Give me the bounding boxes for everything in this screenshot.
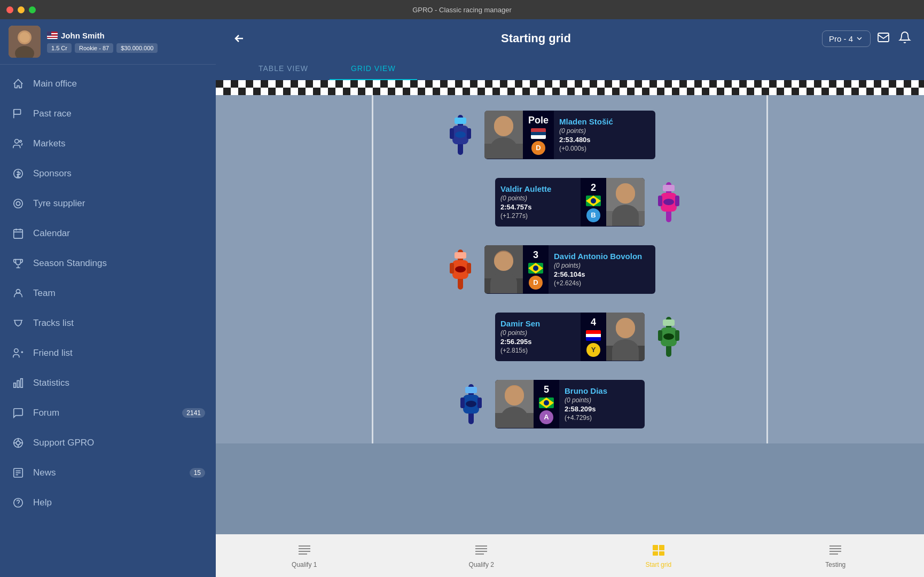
sidebar-item-support-gpro[interactable]: Support GPRO — [0, 428, 216, 458]
svg-rect-97 — [659, 545, 664, 550]
sidebar-item-label: Support GPRO — [33, 438, 205, 448]
driver-card[interactable]: 2 B — [495, 178, 645, 227]
track-area: Pole D Mladen Stošić (0 points) 2: — [216, 95, 924, 443]
bell-icon[interactable] — [898, 31, 911, 46]
rank-badge: Rookie - 87 — [75, 43, 113, 53]
sidebar-item-markets[interactable]: Markets — [0, 129, 216, 159]
sidebar-item-calendar[interactable]: Calendar — [0, 219, 216, 248]
bottom-tab-qualify2[interactable]: Qualify 2 — [393, 534, 570, 577]
driver-photo — [606, 178, 645, 226]
driver-grade: D — [529, 276, 543, 290]
grid-content[interactable]: Pole D Mladen Stošić (0 points) 2: — [216, 80, 924, 534]
qualify1-icon — [297, 544, 311, 559]
driver-time: 2:53.480s — [559, 136, 634, 144]
car-image — [436, 247, 484, 292]
page-title: Starting grid — [250, 32, 822, 45]
sidebar-item-label: Sponsors — [33, 168, 205, 179]
svg-point-66 — [489, 277, 519, 293]
pro-selector[interactable]: Pro - 4 — [822, 30, 871, 47]
close-button[interactable] — [6, 6, 13, 13]
driver-photo — [484, 245, 523, 293]
sidebar: John Smith 1.5 Cr Rookie - 87 $30.000.00… — [0, 19, 216, 577]
pro-label: Pro - 4 — [829, 34, 853, 43]
bottom-tab-qualify1[interactable]: Qualify 1 — [216, 534, 393, 577]
tyre-icon — [11, 196, 26, 211]
flag-icon — [11, 106, 26, 121]
svg-rect-55 — [675, 196, 679, 206]
svg-rect-18 — [17, 380, 19, 387]
money-badge: $30.000.000 — [116, 43, 158, 53]
calendar-icon — [11, 226, 26, 241]
driver-points: (0 points) — [500, 194, 575, 202]
avatar — [9, 26, 41, 58]
serbia-flag — [531, 128, 546, 139]
driver-grade: Y — [586, 343, 600, 357]
car-image — [645, 314, 693, 360]
sidebar-item-season-standings[interactable]: Season Standings — [0, 248, 216, 278]
sidebar-item-label: Forum — [33, 408, 175, 418]
tab-grid-view[interactable]: GRID VIEW — [330, 58, 417, 80]
app-title: GPRO - Classic racing manager — [412, 6, 512, 14]
sidebar-item-label: Main office — [33, 79, 205, 89]
minimize-button[interactable] — [18, 6, 25, 13]
driver-delta: (+1.277s) — [500, 212, 575, 220]
sidebar-item-past-race[interactable]: Past race — [0, 99, 216, 129]
sidebar-item-label: Calendar — [33, 228, 205, 239]
home-icon — [11, 76, 26, 91]
driver-photo — [606, 313, 645, 361]
driver-name: Mladen Stošić — [559, 117, 634, 126]
svg-rect-40 — [450, 128, 454, 139]
svg-point-7 — [20, 141, 22, 143]
driver-points: (0 points) — [554, 262, 642, 269]
sidebar-item-main-office[interactable]: Main office — [0, 69, 216, 99]
sidebar-item-tyre-supplier[interactable]: Tyre supplier — [0, 189, 216, 219]
driver-card[interactable]: 4 Y Damir Sen (0 points) 2:56.295s — [495, 313, 645, 361]
sidebar-item-news[interactable]: News 15 — [0, 458, 216, 488]
bottom-tab-testing[interactable]: Testing — [747, 534, 925, 577]
back-button[interactable] — [229, 28, 250, 49]
svg-rect-80 — [460, 397, 465, 408]
driver-delta: (+4.729s) — [565, 414, 639, 422]
user-profile: John Smith 1.5 Cr Rookie - 87 $30.000.00… — [0, 19, 216, 65]
svg-point-46 — [489, 143, 519, 159]
svg-rect-98 — [653, 551, 658, 556]
sidebar-item-tracks-list[interactable]: Tracks list — [0, 308, 216, 338]
svg-point-86 — [499, 412, 529, 428]
bottom-tab-bar: Qualify 1 Qualify 2 — [216, 534, 924, 577]
pos-label-block: 4 Y — [581, 313, 606, 361]
window-controls[interactable] — [6, 6, 36, 13]
svg-rect-32 — [878, 33, 889, 42]
driver-card[interactable]: 5 A — [495, 380, 645, 428]
driver-card[interactable]: 3 D — [484, 245, 655, 294]
bottom-tab-start-grid[interactable]: Start grid — [570, 534, 747, 577]
sidebar-item-forum[interactable]: Forum 2141 — [0, 398, 216, 428]
driver-time: 2:56.104s — [554, 270, 642, 278]
driver-name: Bruno Dias — [565, 386, 639, 395]
tab-table-view[interactable]: TABLE VIEW — [237, 58, 330, 80]
driver-photo — [484, 111, 523, 159]
sidebar-item-help[interactable]: Help — [0, 488, 216, 518]
qualify2-label: Qualify 2 — [469, 561, 494, 568]
start-grid-icon — [652, 544, 665, 559]
sidebar-item-friend-list[interactable]: Friend list — [0, 338, 216, 368]
svg-point-70 — [610, 345, 640, 361]
sidebar-item-team[interactable]: Team — [0, 278, 216, 308]
sidebar-item-label: Tyre supplier — [33, 198, 205, 209]
sidebar-item-statistics[interactable]: Statistics — [0, 368, 216, 398]
testing-label: Testing — [825, 561, 845, 568]
topbar: Starting grid Pro - 4 — [216, 19, 924, 58]
sidebar-item-label: Team — [33, 288, 205, 299]
pole-label-block: Pole D — [523, 111, 554, 159]
sidebar-item-sponsors[interactable]: Sponsors — [0, 159, 216, 189]
maximize-button[interactable] — [29, 6, 36, 13]
team-icon — [11, 286, 26, 301]
svg-point-45 — [494, 116, 513, 135]
sidebar-item-label: Season Standings — [33, 258, 205, 269]
sidebar-nav: Main office Past race Markets — [0, 65, 216, 577]
driver-card[interactable]: Pole D Mladen Stošić (0 points) 2: — [484, 111, 655, 159]
driver-info: Bruno Dias (0 points) 2:58.209s (+4.729s… — [559, 382, 645, 426]
car-image — [447, 381, 495, 427]
mail-icon[interactable] — [877, 31, 890, 46]
svg-rect-11 — [14, 230, 23, 239]
brazil-flag — [539, 397, 554, 408]
